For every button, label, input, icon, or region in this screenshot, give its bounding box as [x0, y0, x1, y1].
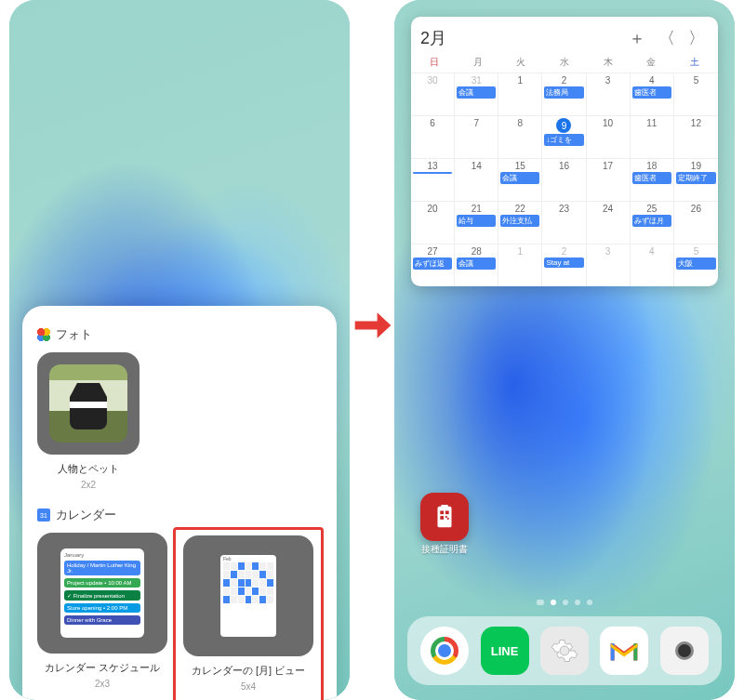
qr-clipboard-icon — [431, 503, 458, 531]
calendar-event-chip[interactable]: ↓ゴミを — [544, 134, 583, 146]
calendar-schedule-widget-tile[interactable]: January Holiday / Martin Luther King Jr.… — [37, 533, 167, 654]
calendar-grid: 3031会議12法務局34歯医者56789↓ゴミを10111213 1415会議… — [411, 73, 718, 286]
calendar-date-number: 30 — [428, 75, 438, 86]
calendar-day-cell[interactable]: 4 — [631, 244, 674, 286]
calendar-event-chip[interactable]: 会議 — [500, 172, 539, 184]
calendar-day-cell[interactable]: 20 — [411, 201, 455, 244]
photos-section-header: フォト — [37, 326, 322, 343]
calendar-day-cell[interactable]: 1 — [498, 244, 542, 286]
calendar-day-cell[interactable]: 5大阪 — [674, 244, 718, 286]
dow-mon: 月 — [457, 56, 500, 69]
calendar-day-cell[interactable]: 3 — [587, 244, 631, 286]
calendar-event-chip[interactable]: 歯医者 — [632, 172, 671, 184]
calendar-month-widget-tile[interactable] — [183, 535, 313, 656]
calendar-day-cell[interactable]: 9↓ゴミを — [542, 115, 586, 158]
calendar-event-chip[interactable]: 給与 — [457, 215, 496, 227]
calendar-day-cell[interactable]: 22外注支払 — [498, 201, 542, 244]
photos-widget-tile[interactable] — [37, 352, 140, 455]
calendar-event-chip[interactable]: 大阪 — [676, 258, 716, 270]
calendar-day-cell[interactable]: 30 — [411, 73, 455, 115]
calendar-date-number: 31 — [472, 75, 482, 86]
calendar-section-label: カレンダー — [56, 507, 116, 523]
google-photos-icon — [37, 328, 50, 341]
calendar-date-number: 6 — [430, 118, 435, 128]
prev-month-button[interactable]: 〈 — [655, 26, 679, 50]
calendar-day-cell[interactable]: 14 — [455, 158, 498, 201]
calendar-day-cell[interactable]: 12 — [674, 115, 718, 158]
calendar-day-cell[interactable]: 23 — [542, 201, 586, 244]
calendar-day-cell[interactable]: 19定期終了 — [674, 158, 718, 201]
dock-app-gmail[interactable] — [600, 627, 648, 675]
calendar-event-chip[interactable]: みずほ返 — [413, 258, 452, 270]
right-phone: 2月 ＋ 〈 〉 日 月 火 水 木 金 土 3031会議12法務局34歯医者5… — [394, 0, 735, 700]
calendar-dow-row: 日 月 火 水 木 金 土 — [411, 56, 718, 73]
calendar-day-cell[interactable]: 10 — [587, 115, 631, 158]
calendar-event-chip[interactable]: 法務局 — [544, 86, 583, 99]
app-vaccine-cert[interactable]: 接種証明書 — [420, 493, 469, 556]
calendar-event-chip[interactable]: 定期終了 — [676, 172, 716, 184]
calendar-day-cell[interactable]: 24 — [587, 201, 631, 244]
page-dot[interactable] — [551, 600, 556, 605]
calendar-date-number: 23 — [559, 204, 569, 214]
dow-sat: 土 — [672, 56, 716, 69]
dock-app-chrome[interactable] — [420, 627, 469, 675]
calendar-day-cell[interactable]: 3 — [587, 73, 631, 115]
calendar-day-cell[interactable]: 7 — [455, 115, 498, 158]
page-dot[interactable] — [575, 600, 580, 605]
page-dot[interactable] — [563, 600, 568, 605]
calendar-day-cell[interactable]: 8 — [498, 115, 542, 158]
transition-arrow — [352, 297, 394, 353]
vaccine-cert-icon — [420, 493, 469, 541]
calendar-day-cell[interactable]: 31会議 — [455, 73, 498, 115]
calendar-day-cell[interactable]: 13 — [411, 158, 455, 201]
calendar-event-chip[interactable]: 外注支払 — [500, 215, 539, 227]
calendar-day-cell[interactable]: 6 — [411, 115, 455, 158]
calendar-month-widget[interactable]: 2月 ＋ 〈 〉 日 月 火 水 木 金 土 3031会議12法務局34歯医者5… — [411, 17, 718, 286]
dock-app-settings[interactable] — [540, 627, 589, 675]
calendar-day-cell[interactable]: 26 — [674, 201, 718, 244]
calendar-day-cell[interactable]: 28会議 — [455, 244, 498, 286]
calendar-date-number: 10 — [603, 118, 613, 128]
month-widget-title: カレンダーの [月] ビュー — [192, 664, 305, 678]
add-event-button[interactable]: ＋ — [625, 26, 649, 50]
calendar-event-chip[interactable]: 歯医者 — [632, 86, 671, 99]
calendar-date-number: 9 — [556, 118, 571, 133]
calendar-day-cell[interactable]: 4歯医者 — [631, 73, 674, 115]
calendar-day-cell[interactable]: 17 — [587, 158, 631, 201]
next-month-button[interactable]: 〉 — [684, 26, 709, 50]
calendar-day-cell[interactable]: 27みずほ返 — [411, 244, 455, 286]
calendar-event-chip[interactable] — [413, 172, 452, 174]
calendar-day-cell[interactable]: 2法務局 — [542, 73, 586, 115]
calendar-date-number: 18 — [646, 161, 657, 171]
calendar-day-cell[interactable]: 1 — [498, 73, 542, 115]
dock-app-line[interactable]: LINE — [481, 627, 529, 675]
page-dot[interactable] — [537, 600, 544, 605]
calendar-day-cell[interactable]: 18歯医者 — [631, 158, 674, 201]
calendar-date-number: 15 — [515, 161, 525, 171]
calendar-day-cell[interactable]: 5 — [674, 73, 718, 115]
page-dot[interactable] — [587, 600, 592, 605]
calendar-day-cell[interactable]: 11 — [631, 115, 674, 158]
calendar-schedule-preview: January Holiday / Martin Luther King Jr.… — [60, 548, 144, 638]
svg-rect-4 — [440, 516, 444, 520]
calendar-day-cell[interactable]: 15会議 — [498, 158, 542, 201]
calendar-date-number: 20 — [428, 204, 438, 214]
calendar-day-cell[interactable]: 21給与 — [455, 201, 498, 244]
calendar-day-cell[interactable]: 16 — [542, 158, 586, 201]
month-widget-highlight: カレンダーの [月] ビュー 5x4 — [173, 527, 324, 700]
calendar-date-number: 11 — [646, 118, 657, 128]
calendar-date-number: 13 — [428, 161, 438, 171]
calendar-event-chip[interactable]: Stay at — [544, 258, 583, 268]
calendar-section-header: カレンダー — [37, 507, 322, 523]
calendar-date-number: 4 — [649, 75, 655, 86]
svg-rect-6 — [447, 518, 449, 520]
calendar-event-chip[interactable]: 会議 — [457, 258, 496, 270]
calendar-day-cell[interactable]: 2Stay at — [542, 244, 586, 286]
dow-wed: 水 — [543, 56, 587, 69]
calendar-event-chip[interactable]: 会議 — [457, 86, 496, 99]
calendar-day-cell[interactable]: 25みずほ月 — [631, 201, 674, 244]
dock-app-camera[interactable] — [660, 627, 709, 675]
dow-fri: 金 — [630, 56, 673, 69]
calendar-date-number: 1 — [518, 75, 524, 86]
calendar-event-chip[interactable]: みずほ月 — [632, 215, 671, 227]
